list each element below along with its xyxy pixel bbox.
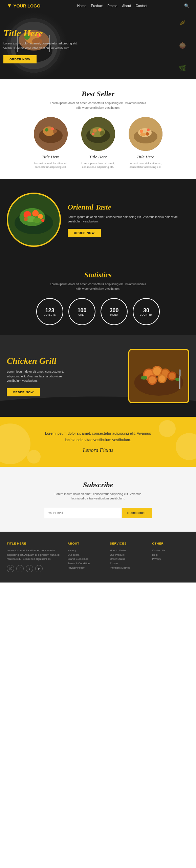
social-twitter-icon[interactable]: t	[26, 565, 33, 572]
footer-brand-title: TITLE HERE	[7, 542, 63, 545]
product-image-2	[81, 117, 115, 151]
footer-promo[interactable]: Promo	[110, 561, 147, 566]
footer-about-history[interactable]: History	[68, 549, 105, 553]
oriental-description: Lorem ipsum dolor sit amet, consectetur …	[68, 215, 189, 224]
svg-point-14	[45, 128, 48, 132]
stat-chef-number: 100	[78, 308, 87, 314]
svg-point-35	[32, 210, 39, 217]
product-svg-3	[129, 117, 162, 151]
footer-about-brand[interactable]: Brand Guidelines	[68, 557, 105, 561]
svg-point-23	[92, 133, 94, 135]
footer-how-to-order[interactable]: How to Order	[110, 549, 147, 553]
testimonial-quote: Lorem ipsum dolor sit amet, consectetur …	[41, 430, 156, 443]
nav-promo[interactable]: Promo	[107, 4, 117, 8]
svg-point-30	[140, 133, 146, 136]
product-desc-1: Lorem ipsum dolor sit amet, consectetur …	[30, 161, 71, 169]
product-desc-3: Lorem ipsum dolor sit amet, consectetur …	[125, 161, 166, 169]
footer-about-col: ABOUT History Our Team Brand Guidelines …	[68, 542, 105, 572]
hero-section: Title Here Lorem ipsum dolor sit amet, c…	[0, 12, 196, 79]
oriental-order-button[interactable]: ORDER NOW	[68, 229, 101, 237]
nav-links: Home Product Promo About Contact	[77, 4, 147, 8]
chicken-description: Lorem ipsum dolor sit amet, consectetur-…	[7, 370, 74, 383]
logo: ▼ YOUR LOGO	[7, 3, 40, 9]
search-icon[interactable]: 🔍	[184, 3, 189, 8]
product-image-1	[34, 117, 68, 151]
footer-about-privacy[interactable]: Privacy Policy	[68, 566, 105, 570]
subscribe-form: SUBSCRIBE	[44, 508, 152, 518]
hero-content: Title Here Lorem ipsum dolor sit amet, c…	[0, 17, 196, 74]
testimonial-section: Lorem ipsum dolor sit amet, consectetur …	[0, 417, 196, 467]
chicken-title: Chicken Grill	[7, 356, 122, 366]
best-seller-section: Best Seller Lorem ipsum dolor sit amet, …	[0, 79, 196, 179]
t-circle-1	[0, 423, 30, 464]
oriental-content: Oriental Taste Lorem ipsum dolor sit ame…	[68, 203, 189, 237]
footer-brand-desc: Lorem ipsum dolor sit amet, consectetur …	[7, 549, 63, 561]
chicken-order-button[interactable]: ORDER NOW	[7, 388, 40, 396]
statistics-section: Statistics Lorem ipsum dolor sit amet, c…	[0, 260, 196, 335]
product-card-1: Title Here Lorem ipsum dolor sit amet, c…	[30, 117, 71, 169]
footer-order-status[interactable]: Order Status	[110, 557, 147, 561]
footer-other-col: OTHER Contact Us Help Privacy	[152, 542, 189, 572]
social-facebook-icon[interactable]: f	[16, 565, 24, 572]
stat-country-number: 30	[143, 308, 149, 314]
footer-contact-us[interactable]: Contact Us	[152, 549, 189, 553]
product-desc-2: Lorem ipsum dolor sit amet, consectetur …	[78, 161, 118, 169]
svg-rect-58	[179, 370, 181, 376]
chicken-food-svg	[129, 349, 188, 403]
testimonial-author: Lenora Fields	[10, 447, 186, 453]
hero-description: Lorem ipsum dolor sit amet, consectetur …	[3, 41, 78, 51]
footer-services-col: SERVICES How to Order Our Product Order …	[110, 542, 147, 572]
footer-privacy[interactable]: Privacy	[152, 557, 189, 561]
stat-menu-number: 300	[110, 308, 119, 314]
nav-contact[interactable]: Contact	[136, 4, 147, 8]
product-title-1: Title Here	[30, 154, 71, 160]
product-image-3	[129, 117, 162, 151]
hero-title: Title Here	[3, 27, 189, 39]
nav-about[interactable]: About	[122, 4, 131, 8]
chicken-section: Chicken Grill Lorem ipsum dolor sit amet…	[0, 335, 196, 417]
footer-social: ⓘ f t ▶	[7, 565, 63, 572]
svg-point-28	[147, 129, 150, 131]
svg-point-27	[140, 130, 143, 133]
footer-about-title: ABOUT	[68, 542, 105, 545]
subscribe-button[interactable]: SUBSCRIBE	[122, 508, 152, 518]
subscribe-title: Subscribe	[10, 480, 186, 489]
chicken-food-image	[128, 349, 189, 403]
logo-text: YOUR LOGO	[14, 3, 40, 8]
nav-home[interactable]: Home	[77, 4, 86, 8]
footer: TITLE HERE Lorem ipsum dolor sit amet, c…	[0, 532, 196, 583]
svg-point-46	[153, 367, 161, 375]
product-svg-1	[34, 117, 68, 151]
footer-about-team[interactable]: Our Team	[68, 553, 105, 557]
stats-row: 123 OUTLETS 100 CHEF 300 MENU 30 COUNTRY	[7, 298, 189, 325]
stat-outlets: 123 OUTLETS	[36, 298, 63, 325]
social-instagram-icon[interactable]: ⓘ	[7, 565, 14, 572]
footer-our-product[interactable]: Our Product	[110, 553, 147, 557]
navigation: ▼ YOUR LOGO Home Product Promo About Con…	[0, 0, 196, 12]
products-row: Title Here Lorem ipsum dolor sit amet, c…	[7, 117, 189, 169]
footer-help[interactable]: Help	[152, 553, 189, 557]
footer-about-terms[interactable]: Terms & Condition	[68, 561, 105, 566]
hero-order-button[interactable]: ORDER NOW	[3, 55, 37, 63]
best-seller-description: Lorem ipsum dolor sit amet, consectetur …	[47, 101, 149, 110]
subscribe-section: Subscribe Lorem ipsum dolor sit amet, co…	[0, 467, 196, 532]
svg-point-29	[146, 132, 149, 136]
footer-services-title: SERVICES	[110, 542, 147, 545]
svg-point-50	[169, 373, 175, 379]
product-card-3: Title Here Lorem ipsum dolor sit amet, c…	[125, 117, 166, 169]
footer-payment[interactable]: Payment Method	[110, 566, 147, 570]
stat-country: 30 COUNTRY	[133, 298, 160, 325]
oriental-inner: Oriental Taste Lorem ipsum dolor sit ame…	[7, 193, 189, 247]
svg-point-16	[53, 129, 57, 133]
oriental-title: Oriental Taste	[68, 203, 189, 212]
logo-icon: ▼	[7, 3, 12, 9]
statistics-title: Statistics	[7, 271, 189, 279]
footer-grid: TITLE HERE Lorem ipsum dolor sit amet, c…	[7, 542, 189, 572]
oriental-section: Oriental Taste Lorem ipsum dolor sit ame…	[0, 179, 196, 260]
social-youtube-icon[interactable]: ▶	[35, 565, 43, 572]
stat-chef: 100 CHEF	[68, 298, 95, 325]
email-input[interactable]	[44, 508, 122, 518]
svg-point-52	[149, 376, 156, 383]
nav-product[interactable]: Product	[91, 4, 103, 8]
product-card-2: Title Here Lorem ipsum dolor sit amet, c…	[78, 117, 118, 169]
